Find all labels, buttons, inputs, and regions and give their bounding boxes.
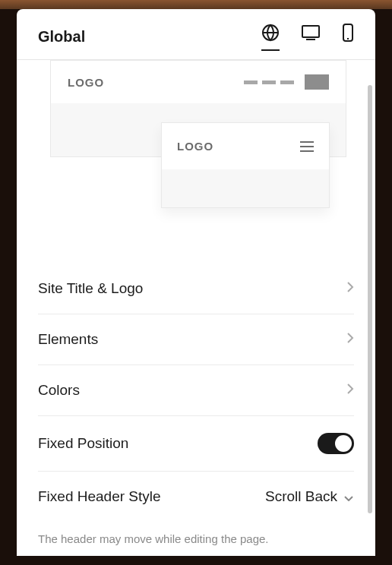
hamburger-icon xyxy=(300,141,314,152)
device-tabs xyxy=(261,23,354,50)
globe-icon xyxy=(261,24,280,45)
dropdown-value-text: Scroll Back xyxy=(265,488,337,505)
tab-global[interactable] xyxy=(261,24,280,51)
nav-dash xyxy=(262,80,276,84)
row-fixed-position: Fixed Position xyxy=(38,416,354,472)
row-site-title-logo[interactable]: Site Title & Logo xyxy=(38,273,354,314)
chevron-right-icon xyxy=(346,332,354,347)
row-colors[interactable]: Colors xyxy=(38,365,354,416)
panel-header: Global xyxy=(17,9,375,59)
dropdown-fixed-header-style[interactable]: Scroll Back xyxy=(265,488,354,505)
scrollbar-thumb[interactable] xyxy=(368,85,372,513)
background-strip xyxy=(0,0,392,9)
label-fixed-header-style: Fixed Header Style xyxy=(38,488,161,505)
row-elements[interactable]: Elements xyxy=(38,314,354,365)
scrollbar-track[interactable] xyxy=(368,85,372,544)
nav-dash xyxy=(280,80,294,84)
preview-desktop-header: LOGO xyxy=(51,61,346,103)
preview-mobile-body xyxy=(162,169,329,207)
chevron-right-icon xyxy=(346,281,354,296)
label-site-title-logo: Site Title & Logo xyxy=(38,280,143,297)
toggle-knob xyxy=(335,435,352,452)
mobile-icon xyxy=(342,23,354,46)
label-fixed-position: Fixed Position xyxy=(38,435,128,452)
preview-mobile-header: LOGO xyxy=(162,123,329,169)
preview-logo-desktop: LOGO xyxy=(68,76,104,89)
helper-text: The header may move while editing the pa… xyxy=(38,522,354,553)
toggle-fixed-position[interactable] xyxy=(318,433,354,454)
preview-nav-items xyxy=(244,74,329,90)
preview-mobile[interactable]: LOGO xyxy=(161,122,330,208)
settings-list[interactable]: Site Title & Logo Elements Colors Fixed … xyxy=(17,257,375,556)
chevron-down-icon xyxy=(343,488,354,505)
label-colors: Colors xyxy=(38,382,80,399)
desktop-icon xyxy=(301,24,321,44)
row-fixed-header-style[interactable]: Fixed Header Style Scroll Back xyxy=(38,472,354,522)
nav-button-placeholder xyxy=(305,74,329,90)
tab-desktop[interactable] xyxy=(301,24,321,49)
tab-mobile[interactable] xyxy=(342,23,354,50)
panel-title: Global xyxy=(38,28,85,46)
preview-area: LOGO LOGO xyxy=(17,60,375,257)
label-elements: Elements xyxy=(38,331,98,348)
preview-logo-mobile: LOGO xyxy=(177,140,213,153)
chevron-right-icon xyxy=(346,383,354,398)
settings-panel: Global xyxy=(17,9,375,556)
nav-dash xyxy=(244,80,258,84)
svg-rect-2 xyxy=(302,26,319,37)
